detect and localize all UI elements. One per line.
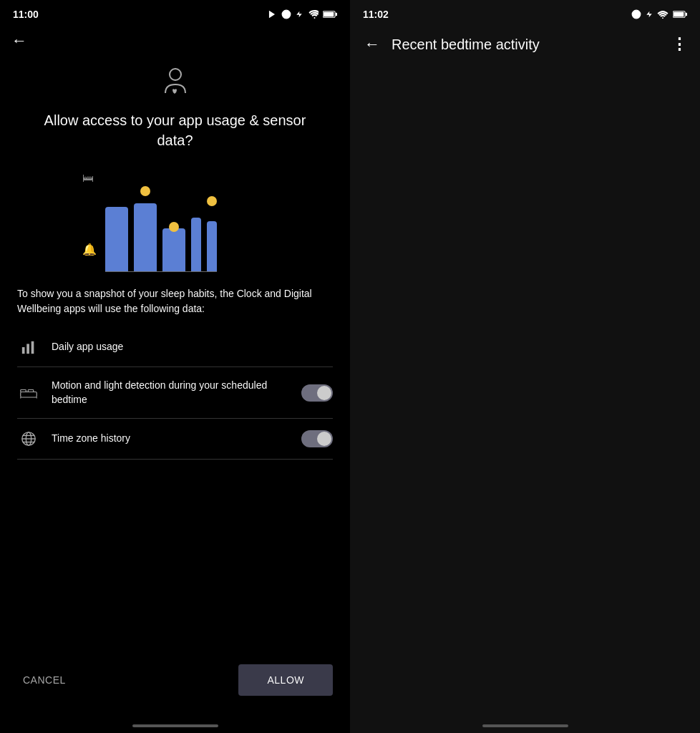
svg-rect-28 bbox=[686, 13, 687, 16]
svg-point-2 bbox=[285, 13, 288, 16]
svg-point-8 bbox=[170, 69, 181, 80]
svg-rect-7 bbox=[336, 13, 337, 16]
battery-icon-left bbox=[323, 10, 337, 19]
description-text: To show you a snapshot of your sleep hab… bbox=[17, 286, 333, 316]
status-time-left: 11:00 bbox=[13, 9, 39, 20]
bar-rect-2 bbox=[134, 203, 157, 271]
svg-marker-3 bbox=[296, 11, 302, 17]
permission-title: Allow access to your app usage & sensor … bbox=[17, 110, 333, 150]
motion-toggle-thumb bbox=[317, 386, 331, 400]
battery-icon-right bbox=[673, 10, 687, 19]
play-icon bbox=[267, 9, 277, 19]
bed-icon-chart: 🛏 bbox=[82, 172, 94, 185]
dot-2 bbox=[140, 186, 150, 196]
svg-point-25 bbox=[662, 17, 663, 19]
svg-rect-10 bbox=[26, 344, 29, 354]
heart-person-icon bbox=[158, 64, 193, 102]
dot-3 bbox=[169, 222, 179, 232]
page-title-right: Recent bedtime activity bbox=[392, 37, 540, 53]
right-content-area bbox=[350, 63, 700, 724]
bar-rect-3 bbox=[162, 228, 185, 271]
bed-sensor-icon bbox=[17, 387, 40, 399]
bar-4 bbox=[191, 185, 201, 271]
chart-bars bbox=[105, 179, 217, 272]
status-icons-right bbox=[631, 9, 687, 19]
status-time-right: 11:02 bbox=[363, 9, 389, 20]
home-indicator-right bbox=[350, 724, 700, 733]
globe-icon bbox=[17, 431, 40, 447]
wifi-icon-right bbox=[657, 10, 669, 19]
chart-area: 🛏 🔔 bbox=[17, 165, 333, 272]
bar-3 bbox=[162, 185, 185, 271]
icon-area bbox=[17, 64, 333, 102]
wifi-icon-left bbox=[307, 10, 319, 19]
toolbar-right: ← Recent bedtime activity ⋮ bbox=[350, 26, 700, 63]
timezone-toggle-switch[interactable] bbox=[301, 430, 333, 447]
bar-rect-1 bbox=[105, 207, 128, 271]
home-indicator-left bbox=[0, 724, 350, 733]
daily-usage-label: Daily app usage bbox=[52, 340, 333, 354]
svg-rect-27 bbox=[674, 12, 684, 16]
bolt-icon-right bbox=[646, 9, 653, 19]
back-button-left[interactable]: ← bbox=[9, 29, 30, 53]
bar-1 bbox=[105, 185, 128, 271]
bell-icon-chart: 🔔 bbox=[82, 243, 97, 256]
motion-toggle-switch[interactable] bbox=[301, 384, 333, 402]
motion-detection-label: Motion and light detection during your s… bbox=[52, 379, 293, 407]
svg-point-23 bbox=[635, 13, 638, 16]
svg-rect-13 bbox=[21, 389, 26, 392]
allow-button[interactable]: Allow bbox=[238, 664, 333, 696]
svg-rect-12 bbox=[21, 392, 37, 397]
dot-5 bbox=[207, 196, 217, 206]
motion-toggle[interactable] bbox=[301, 384, 333, 402]
status-bar-right: 11:02 bbox=[350, 0, 700, 26]
svg-rect-14 bbox=[28, 389, 34, 392]
svg-rect-11 bbox=[31, 341, 34, 354]
more-options-button[interactable]: ⋮ bbox=[671, 35, 689, 54]
left-panel: 11:00 ← bbox=[0, 0, 350, 733]
right-panel: 11:02 ← Recent bedtime activity ⋮ bbox=[350, 0, 700, 733]
bar-rect-4 bbox=[191, 218, 201, 271]
bottom-buttons: Cancel Allow bbox=[0, 650, 350, 724]
bolt-icon-left bbox=[296, 9, 303, 19]
timezone-toggle[interactable] bbox=[301, 430, 333, 447]
home-bar-right bbox=[482, 724, 568, 727]
status-icons-left bbox=[267, 9, 337, 19]
home-bar-left bbox=[132, 724, 218, 727]
cancel-button[interactable]: Cancel bbox=[17, 666, 72, 694]
data-item-motion: Motion and light detection during your s… bbox=[17, 367, 333, 419]
timezone-label: Time zone history bbox=[52, 432, 293, 446]
data-item-daily-usage: Daily app usage bbox=[17, 328, 333, 367]
bar-chart-icon bbox=[17, 339, 40, 355]
bar-5 bbox=[207, 185, 217, 271]
timezone-toggle-thumb bbox=[317, 432, 331, 446]
svg-marker-0 bbox=[269, 11, 275, 19]
svg-point-4 bbox=[314, 17, 316, 19]
svg-rect-9 bbox=[22, 347, 25, 354]
bar-2 bbox=[134, 185, 157, 271]
data-item-timezone: Time zone history bbox=[17, 419, 333, 460]
back-button-right[interactable]: ← bbox=[361, 32, 383, 57]
bar-rect-5 bbox=[207, 221, 217, 271]
target-icon-left bbox=[281, 9, 291, 19]
svg-marker-24 bbox=[646, 11, 652, 17]
target-icon-right bbox=[631, 9, 641, 19]
status-bar-left: 11:00 bbox=[0, 0, 350, 26]
svg-rect-6 bbox=[324, 12, 334, 16]
left-content: Allow access to your app usage & sensor … bbox=[0, 53, 350, 650]
